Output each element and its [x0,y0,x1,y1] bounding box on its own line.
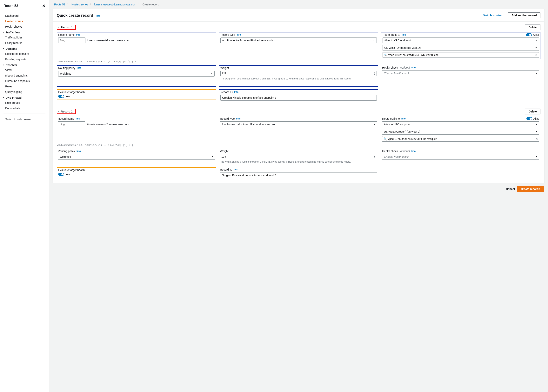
panel-header: Quick create record Info Switch to wizar… [53,9,544,21]
breadcrumb-hosted-zones[interactable]: Hosted zones [71,3,88,6]
alias-region-select[interactable]: US West (Oregon) [us-west-2] ▼ [382,129,539,135]
route-traffic-field: Route traffic to Info Alias Alias to VPC… [381,32,541,59]
alias-region-select[interactable]: US West (Oregon) [us-west-2] ▼ [382,45,539,51]
info-link[interactable]: Info [236,117,240,120]
routing-policy-select[interactable]: Weighted ▼ [58,154,215,160]
info-link[interactable]: Info [234,168,238,171]
switch-to-wizard-link[interactable]: Switch to wizard [483,14,504,17]
alias-search-input[interactable] [388,53,534,56]
sidebar-item-traffic-policies[interactable]: Traffic policies [0,35,49,40]
chevron-down-icon: ▼ [58,26,60,28]
sidebar-item-registered-domains[interactable]: Registered domains [0,51,49,56]
breadcrumb-root[interactable]: Route 53 [54,3,65,6]
toggle-label: Yes [66,95,70,98]
clear-icon[interactable]: ✕ [535,53,538,56]
nav-group-resolver[interactable]: ▼ Resolver [0,62,49,67]
info-link[interactable]: Info [411,150,416,153]
field-label: Evaluate target health [58,168,85,172]
search-icon: 🔍 [383,137,387,140]
info-link[interactable]: Info [96,14,100,17]
health-check-select[interactable]: Choose health check ▼ [382,154,539,160]
record-name-input[interactable] [58,37,85,43]
record-type-select[interactable]: A – Routes traffic to an IPv4 address an… [220,37,377,43]
alias-label: Alias [533,33,539,36]
add-another-record-button[interactable]: Add another record [508,13,541,18]
route-traffic-field: Route traffic to Info Alias Alias to VPC… [381,116,541,143]
evaluate-target-toggle[interactable] [58,95,64,98]
alias-search-box[interactable]: 🔍 ✕ [382,136,539,142]
delete-record-1-button[interactable]: Delete [525,24,541,30]
record-id-input[interactable] [220,95,377,101]
delete-record-2-button[interactable]: Delete [525,109,541,114]
info-link[interactable]: Info [401,117,406,120]
create-records-button[interactable]: Create records [517,186,544,192]
record-type-select[interactable]: A – Routes traffic to an IPv4 address an… [220,121,377,127]
caret-down-icon: ▼ [374,123,375,125]
main-content: Route 53 〉 Hosted zones 〉 kinesis.us-wes… [49,0,548,392]
record-name-field: Record name Info kinesis.us-west-2.amazo… [57,32,216,59]
select-value: Weighted [60,155,71,158]
field-label: Route traffic to [382,33,400,36]
select-value: US West (Oregon) [us-west-2] [384,130,420,133]
cancel-button[interactable]: Cancel [506,186,515,192]
record-name-suffix: kinesis.us-west-2.amazonaws.com [87,39,215,42]
info-link[interactable]: Info [411,66,416,69]
alias-toggle[interactable] [526,33,532,36]
sidebar-item-query-logging[interactable]: Query logging [0,89,49,95]
select-value: A – Routes traffic to an IPv4 address an… [222,39,278,42]
select-value: Alias to VPC endpoint [384,39,411,42]
routing-policy-select[interactable]: Weighted ▼ [58,71,215,77]
info-link[interactable]: Info [236,33,241,36]
routing-policy-field: Routing policy Info Weighted ▼ [57,149,216,165]
record-name-input[interactable] [58,121,85,127]
alias-toggle[interactable] [527,117,532,120]
sidebar-item-dashboard[interactable]: Dashboard [0,13,49,18]
switch-old-console[interactable]: Switch to old console [0,116,49,123]
sidebar-item-rules[interactable]: Rules [0,84,49,89]
field-label: Routing policy [58,150,75,153]
sidebar-item-inbound-endpoints[interactable]: Inbound endpoints [0,73,49,78]
nav-group-domains[interactable]: ▼ Domains [0,46,49,51]
evaluate-target-toggle[interactable] [58,173,64,176]
stepper-icon[interactable]: ▲▼ [374,155,376,158]
info-link[interactable]: Info [76,117,80,120]
info-link[interactable]: Info [77,67,81,69]
record-type-field: Record type Info A – Routes traffic to a… [219,116,378,143]
close-icon[interactable]: ✕ [42,3,45,8]
sidebar-item-vpcs[interactable]: VPCs [0,67,49,73]
alias-target-select[interactable]: Alias to VPC endpoint ▼ [382,121,539,127]
select-value: Alias to VPC endpoint [384,123,410,126]
record-2-header[interactable]: ▼ Record 2 [57,109,76,114]
health-check-select[interactable]: Choose health check ▼ [382,70,539,76]
stepper-icon[interactable]: ▲▼ [374,72,375,75]
create-record-panel: Quick create record Info Switch to wizar… [53,9,545,183]
sidebar-item-outbound-endpoints[interactable]: Outbound endpoints [0,78,49,84]
nav-group-dns-firewall[interactable]: ▼ DNS Firewall [0,95,49,100]
info-link[interactable]: Info [402,33,406,36]
record-heading: Record 1 [61,26,73,29]
nav-group-label: Traffic flow [6,31,20,34]
footer-actions: Cancel Create records [53,183,545,193]
chevron-right-icon: 〉 [67,3,69,6]
record-id-input[interactable] [220,172,377,178]
sidebar-item-rule-groups[interactable]: Rule groups [0,100,49,105]
weight-hint: The weight can be a number between 0 and… [220,77,377,80]
sidebar-item-hosted-zones[interactable]: Hosted zones [0,18,49,24]
alias-target-select[interactable]: Alias to VPC endpoint ▼ [382,37,539,43]
info-link[interactable]: Info [76,150,81,153]
alias-search-box[interactable]: 🔍 ✕ [382,52,539,58]
breadcrumb-zone[interactable]: kinesis.us-west-2.amazonaws.com [94,3,136,6]
info-link[interactable]: Info [76,33,80,36]
weight-input[interactable]: 128 ▲▼ [220,154,377,159]
nav-group-traffic-flow[interactable]: ▼ Traffic flow [0,29,49,35]
sidebar-item-policy-records[interactable]: Policy records [0,40,49,46]
sidebar-item-domain-lists[interactable]: Domain lists [0,105,49,111]
info-link[interactable]: Info [234,91,238,93]
sidebar-item-health-checks[interactable]: Health checks [0,24,49,29]
chevron-down-icon: ▼ [3,32,5,33]
weight-input[interactable]: 127 ▲▼ [220,71,377,76]
sidebar-item-pending-requests[interactable]: Pending requests [0,56,49,62]
record-1-header[interactable]: ▼ Record 1 [57,25,76,30]
alias-search-input[interactable] [388,137,534,140]
clear-icon[interactable]: ✕ [535,137,538,140]
